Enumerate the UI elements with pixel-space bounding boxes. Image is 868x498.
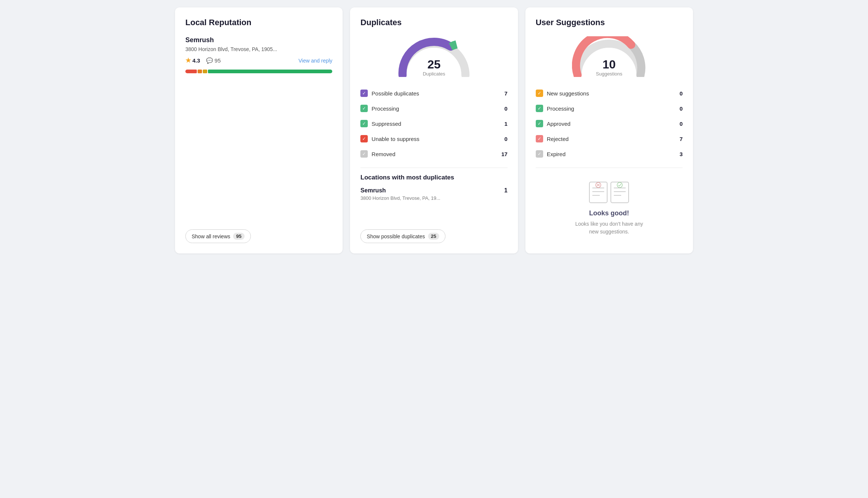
stat-rejected: ✓ Rejected 7: [536, 131, 683, 147]
stat-processing: ✓ Processing 0: [360, 101, 507, 116]
duplicates-title: Duplicates: [360, 18, 507, 27]
duplicates-gauge-number: 25: [423, 58, 445, 70]
approved-icon: ✓: [536, 120, 543, 127]
show-possible-duplicates-count: 25: [428, 233, 439, 240]
rating-value: 4.3: [192, 57, 200, 64]
stat-removed: ✓ Removed 17: [360, 147, 507, 162]
bar-green: [208, 70, 333, 73]
looks-good-desc: Looks like you don't have any new sugges…: [572, 220, 646, 236]
stat-suppressed: ✓ Suppressed 1: [360, 116, 507, 131]
bar-orange1: [198, 70, 202, 73]
show-all-reviews-button[interactable]: Show all reviews 95: [185, 229, 251, 243]
local-reputation-card: Local Reputation Semrush 3800 Horizon Bl…: [175, 7, 343, 253]
bar-red: [185, 70, 197, 73]
suggestions-gauge-container: 10 Suggestions: [536, 36, 683, 77]
new-suggestions-icon: ✓: [536, 90, 543, 97]
suppressed-label: Suppressed: [371, 121, 401, 127]
location-row: Semrush 3800 Horizon Blvd, Trevose, PA, …: [360, 187, 507, 201]
possible-duplicates-count: 7: [504, 90, 507, 97]
removed-count: 17: [501, 151, 508, 157]
rejected-count: 7: [680, 136, 683, 142]
rating-bar: [185, 70, 332, 73]
locations-title: Locations with most duplicates: [360, 174, 507, 181]
duplicates-gauge-wrap: 25 Duplicates: [397, 36, 471, 77]
local-reputation-title: Local Reputation: [185, 18, 332, 27]
approved-count: 0: [680, 121, 683, 127]
suggestions-divider: [536, 168, 683, 168]
new-suggestions-label: New suggestions: [547, 90, 589, 97]
possible-duplicates-icon: ✓: [360, 90, 368, 97]
duplicates-gauge-center: 25 Duplicates: [423, 58, 445, 77]
unable-suppress-icon: ✓: [360, 135, 368, 142]
processing-count: 0: [504, 105, 507, 112]
duplicates-gauge-label: Duplicates: [423, 71, 445, 77]
suggestions-gauge-number: 10: [596, 58, 623, 70]
bar-orange2: [203, 70, 207, 73]
processing-label: Processing: [371, 105, 399, 112]
looks-good-section: Looks good! Looks like you don't have an…: [536, 174, 683, 243]
looks-good-illustration: [589, 181, 629, 203]
suppressed-count: 1: [504, 121, 507, 127]
dashboard: Local Reputation Semrush 3800 Horizon Bl…: [175, 7, 693, 253]
looks-good-title: Looks good!: [589, 209, 629, 217]
stat-expired: ✓ Expired 3: [536, 147, 683, 162]
show-possible-duplicates-label: Show possible duplicates: [367, 233, 425, 239]
suggestions-gauge-wrap: 10 Suggestions: [572, 36, 646, 77]
processing-icon: ✓: [360, 105, 368, 112]
approved-label: Approved: [547, 121, 571, 127]
business-address: 3800 Horizon Blvd, Trevose, PA, 1905...: [185, 46, 332, 52]
suggestions-gauge-label: Suggestions: [596, 71, 623, 77]
rating-row: ★ 4.3 💬 95 View and reply: [185, 57, 332, 64]
removed-label: Removed: [371, 151, 395, 157]
duplicates-bottom: Show possible duplicates 25: [360, 222, 507, 243]
location-details: Semrush 3800 Horizon Blvd, Trevose, PA, …: [360, 187, 440, 201]
removed-icon: ✓: [360, 150, 368, 158]
expired-count: 3: [680, 151, 683, 157]
location-address: 3800 Horizon Blvd, Trevose, PA, 19...: [360, 195, 440, 201]
svg-point-11: [617, 182, 622, 188]
unable-suppress-label: Unable to suppress: [371, 136, 419, 142]
stat-possible-duplicates: ✓ Possible duplicates 7: [360, 86, 507, 101]
expired-icon: ✓: [536, 150, 543, 158]
unable-suppress-count: 0: [504, 136, 507, 142]
duplicates-divider: [360, 168, 507, 168]
business-name: Semrush: [185, 36, 332, 44]
suggestions-gauge-center: 10 Suggestions: [596, 58, 623, 77]
stat-unable-suppress: ✓ Unable to suppress 0: [360, 131, 507, 147]
review-count-value: 95: [215, 57, 221, 64]
show-all-reviews-count: 95: [233, 233, 244, 240]
stat-sug-processing: ✓ Processing 0: [536, 101, 683, 116]
location-count: 1: [504, 187, 508, 194]
view-reply-link[interactable]: View and reply: [299, 58, 333, 64]
new-suggestions-count: 0: [680, 90, 683, 97]
expired-label: Expired: [547, 151, 566, 157]
suggestions-stats-list: ✓ New suggestions 0 ✓ Processing 0 ✓ App…: [536, 86, 683, 162]
rejected-label: Rejected: [547, 136, 569, 142]
svg-rect-7: [611, 182, 629, 203]
show-possible-duplicates-button[interactable]: Show possible duplicates 25: [360, 229, 445, 243]
suppressed-icon: ✓: [360, 120, 368, 127]
doc-rejected-icon: [589, 181, 608, 203]
duplicates-gauge-container: 25 Duplicates: [360, 36, 507, 77]
sug-processing-count: 0: [680, 105, 683, 112]
comment-icon: 💬: [206, 57, 213, 64]
location-name: Semrush: [360, 187, 440, 194]
duplicates-stats-list: ✓ Possible duplicates 7 ✓ Processing 0 ✓…: [360, 86, 507, 162]
star-rating: ★ 4.3: [185, 57, 200, 64]
sug-processing-label: Processing: [547, 105, 574, 112]
rejected-icon: ✓: [536, 135, 543, 142]
review-count: 💬 95: [206, 57, 221, 64]
user-suggestions-title: User Suggestions: [536, 18, 683, 27]
stat-approved: ✓ Approved 0: [536, 116, 683, 131]
local-rep-bottom: Show all reviews 95: [185, 222, 332, 243]
user-suggestions-card: User Suggestions 10 Suggestions: [525, 7, 693, 253]
possible-duplicates-label: Possible duplicates: [371, 90, 419, 97]
doc-approved-icon: [610, 181, 629, 203]
star-icon: ★: [185, 57, 191, 64]
sug-processing-icon: ✓: [536, 105, 543, 112]
show-all-reviews-label: Show all reviews: [192, 233, 230, 239]
stat-new-suggestions: ✓ New suggestions 0: [536, 86, 683, 101]
duplicates-card: Duplicates 25 Duplicates ✓: [350, 7, 518, 253]
